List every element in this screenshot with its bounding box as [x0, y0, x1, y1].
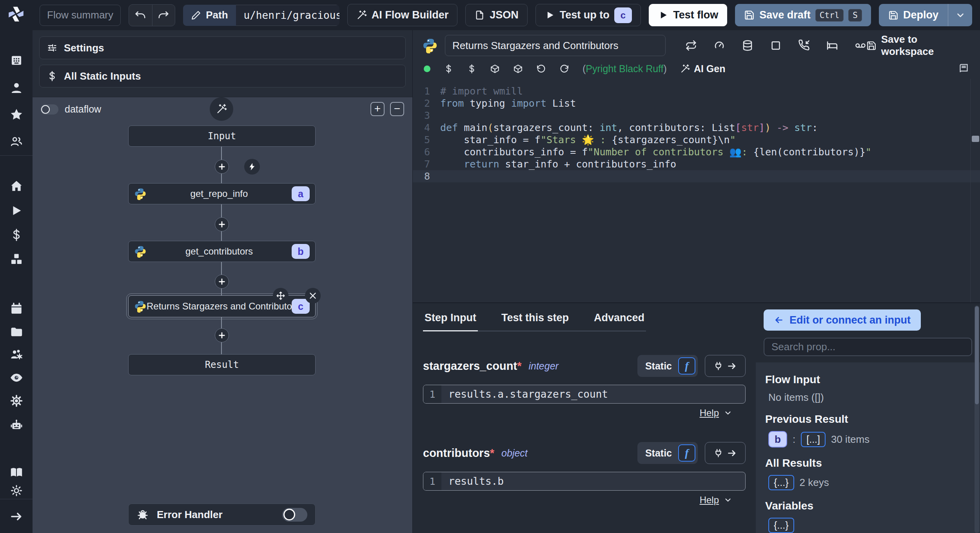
props-scrollbar[interactable]: [975, 306, 979, 533]
javascript-expression-icon[interactable]: f: [678, 444, 695, 462]
graph-ai-wand-button[interactable]: [210, 97, 233, 121]
delete-step-button[interactable]: [305, 288, 321, 304]
rail-sun-icon[interactable]: [9, 483, 24, 498]
error-handler-node[interactable]: Error Handler: [128, 504, 316, 526]
code-assistants[interactable]: (Pyright Black Ruff): [583, 63, 667, 75]
code-editor[interactable]: 1# import wmill2from typing import List3…: [413, 79, 980, 302]
search-prop-input[interactable]: Search prop...: [764, 338, 972, 356]
tab-test-this-step[interactable]: Test this step: [500, 309, 570, 331]
rail-home-icon[interactable]: [9, 178, 24, 193]
tab-step-input[interactable]: Step Input: [423, 309, 478, 331]
rail-users-gear-icon[interactable]: [9, 347, 24, 362]
javascript-expression-icon[interactable]: f: [678, 357, 695, 375]
code-line-8[interactable]: 8: [413, 170, 980, 182]
connect-input-button[interactable]: [705, 355, 746, 377]
test-flow-button[interactable]: Test flow: [649, 4, 727, 26]
bed-icon[interactable]: [826, 40, 838, 51]
props-scrollbar-thumb[interactable]: [975, 306, 979, 404]
error-handler-toggle[interactable]: [282, 508, 307, 522]
path-control[interactable]: Path u/henri/gracious_flow: [183, 5, 339, 26]
repeat-icon[interactable]: [685, 40, 697, 51]
expression-input-stargazers_count[interactable]: 1results.a.stargazers_count: [423, 385, 746, 404]
rail-folder-icon[interactable]: [9, 324, 24, 339]
code-line-1[interactable]: 1# import wmill: [413, 85, 980, 97]
chevron-down-icon[interactable]: [724, 409, 732, 417]
flow-step-node-a[interactable]: get_repo_infoa: [128, 183, 316, 204]
add-step-button[interactable]: [215, 275, 229, 289]
add-step-button[interactable]: [215, 328, 229, 342]
expression-input-contributors[interactable]: 1results.b: [423, 472, 746, 491]
help-link[interactable]: Help: [700, 407, 719, 418]
rail-star-icon[interactable]: [9, 107, 24, 122]
code-line-2[interactable]: 2from typing import List: [413, 97, 980, 109]
expand-value-chip[interactable]: {...}: [768, 518, 794, 533]
code-line-7[interactable]: 7 return star_info + contributors_info: [413, 158, 980, 170]
all-static-inputs-button[interactable]: All Static Inputs: [39, 65, 406, 87]
move-step-handle[interactable]: [273, 288, 289, 304]
rail-book-open-icon[interactable]: [9, 465, 24, 479]
input-mode-toggle[interactable]: Staticf: [637, 442, 698, 464]
rail-cubes-icon[interactable]: [9, 252, 24, 266]
dataflow-toggle[interactable]: [40, 104, 58, 115]
code-line-6[interactable]: 6 contributors_info = f"Number of contri…: [413, 146, 980, 158]
flow-step-node-b[interactable]: get_contributorsb: [128, 241, 316, 262]
rail-app-grid-icon[interactable]: [9, 53, 24, 67]
input-mode-toggle[interactable]: Staticf: [637, 355, 698, 377]
rail-dollar-icon[interactable]: [9, 227, 24, 242]
code-line-5[interactable]: 5 star_info = f"Stars 🌟 : {stargazers_co…: [413, 134, 980, 146]
step-title-input[interactable]: Returns Stargazers and Contributors: [445, 35, 666, 56]
rail-calendar-icon[interactable]: [9, 301, 24, 316]
zoom-out-button[interactable]: −: [390, 102, 404, 116]
help-link[interactable]: Help: [700, 495, 719, 506]
ai-gen-button[interactable]: AI Gen: [680, 63, 726, 75]
redo-button[interactable]: [152, 5, 175, 26]
input-node[interactable]: Input: [128, 126, 316, 147]
test-up-to-button[interactable]: Test up to c: [535, 4, 641, 26]
dollar-icon[interactable]: [444, 64, 454, 74]
save-draft-button[interactable]: Save draft Ctrl S: [735, 4, 871, 26]
package-icon[interactable]: [490, 64, 500, 74]
rail-eye-icon[interactable]: [9, 370, 24, 385]
refresh-cw-icon[interactable]: [559, 64, 569, 74]
chevron-down-icon[interactable]: [724, 496, 732, 504]
flow-summary-input[interactable]: Flow summary: [40, 5, 121, 26]
edit-or-connect-button[interactable]: Edit or connect an input: [764, 309, 921, 331]
expand-value-chip[interactable]: {...}: [768, 475, 794, 490]
tab-advanced[interactable]: Advanced: [592, 309, 646, 331]
editor-scrollbar-thumb[interactable]: [972, 136, 979, 142]
zoom-in-button[interactable]: +: [370, 102, 385, 116]
rail-gear-icon[interactable]: [9, 393, 24, 408]
json-button[interactable]: JSON: [465, 4, 528, 26]
flow-settings-button[interactable]: Settings: [39, 36, 406, 59]
code-line-4[interactable]: 4def main(stargazers_count: int, contrib…: [413, 122, 980, 134]
path-value[interactable]: u/henri/gracious_flow: [236, 5, 339, 26]
docs-book-icon[interactable]: [958, 64, 969, 74]
rail-users-icon[interactable]: [9, 134, 24, 149]
deploy-button[interactable]: Deploy: [879, 4, 948, 26]
voicemail-icon[interactable]: [855, 40, 866, 51]
square-icon[interactable]: [770, 40, 782, 51]
deploy-more-button[interactable]: [948, 4, 972, 26]
add-step-button[interactable]: [215, 217, 229, 231]
expand-value-chip[interactable]: [...]: [801, 432, 826, 447]
windmill-logo[interactable]: [7, 5, 25, 24]
save-to-workspace-button[interactable]: Save to workspace: [866, 33, 970, 58]
rail-robot-icon[interactable]: [9, 418, 24, 432]
phone-incoming-icon[interactable]: [798, 40, 810, 51]
rotate-ccw-icon[interactable]: [536, 64, 546, 74]
ai-flow-builder-button[interactable]: AI Flow Builder: [347, 4, 458, 26]
gauge-icon[interactable]: [713, 40, 725, 51]
code-line-3[interactable]: 3: [413, 109, 980, 122]
result-node[interactable]: Result: [128, 354, 316, 375]
undo-button[interactable]: [129, 5, 152, 26]
trigger-bolt-button[interactable]: [244, 159, 260, 175]
connect-input-button[interactable]: [705, 442, 746, 464]
flow-step-node-c[interactable]: Returns Stargazers and Contributorsc: [128, 295, 316, 317]
dollar-icon[interactable]: [467, 64, 477, 74]
database-icon[interactable]: [742, 40, 753, 51]
rail-arrow-right-icon[interactable]: [9, 509, 24, 524]
add-step-button[interactable]: [215, 160, 229, 174]
prev-step-badge[interactable]: b: [768, 431, 787, 448]
package-icon[interactable]: [513, 64, 523, 74]
rail-user-icon[interactable]: [9, 80, 24, 95]
